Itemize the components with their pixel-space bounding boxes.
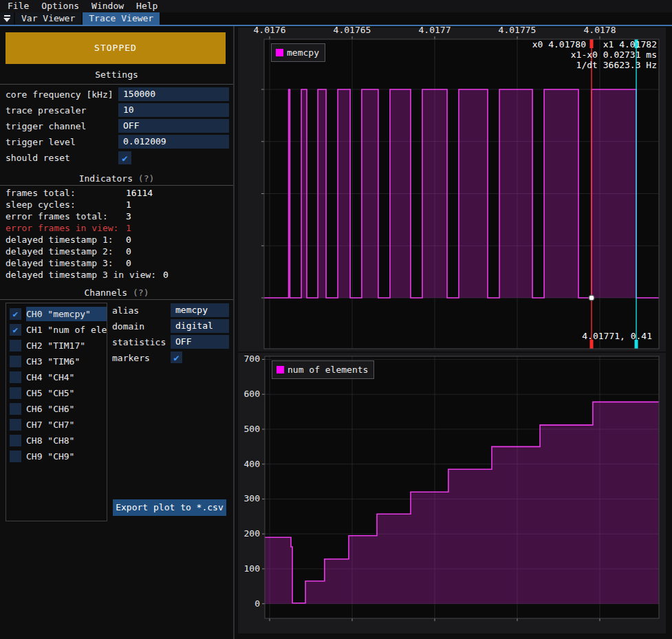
cursor-readout: 4.01771, 0.41	[582, 332, 652, 341]
channel-checkbox-ch3[interactable]	[10, 356, 21, 367]
channel-row-ch2: CH2 "TIM17"	[6, 338, 107, 354]
indicator-delayed-timestamp-3-in-view: delayed timestamp 3 in view:	[6, 270, 156, 280]
indicator-delayed-timestamp-3: delayed timestamp 3:	[6, 258, 113, 268]
series-swatch	[276, 49, 283, 56]
indicator-value-sleep-cycles: 1	[126, 199, 131, 210]
channel-label-ch0[interactable]: CH0 "memcpy"	[26, 307, 107, 321]
settings-section-title: Settings	[0, 69, 233, 80]
tab-trace-viewer[interactable]: Trace Viewer	[83, 12, 160, 25]
core-frequency-khz-input[interactable]: 150000	[118, 87, 229, 101]
trace-prescaler-input[interactable]: 10	[118, 103, 229, 117]
channels-section-title: Channels (?)	[0, 288, 233, 299]
channel-label-ch5[interactable]: CH5 "CH5"	[26, 386, 107, 400]
indicator-error-frames-total: error frames total:	[6, 211, 108, 221]
setting-label-should-reset: should reset	[6, 153, 70, 163]
channel-checkbox-ch4[interactable]	[10, 371, 21, 383]
app-window: FileOptionsWindowHelp Var ViewerTrace Vi…	[0, 0, 672, 639]
menu-item-window[interactable]: Window	[85, 0, 130, 12]
channel-label-ch4[interactable]: CH4 "CH4"	[26, 370, 107, 385]
indicator-sleep-cycles: sleep cycles:	[6, 199, 76, 210]
statistics-combo[interactable]: OFF	[171, 335, 229, 349]
indicator-frames-total: frames total:	[6, 188, 76, 198]
channel-label-ch8[interactable]: CH8 "CH8"	[26, 433, 107, 448]
channel-row-ch7: CH7 "CH7"	[6, 417, 107, 433]
channel-checkbox-ch9[interactable]	[10, 451, 21, 462]
channel-checkbox-ch2[interactable]	[10, 340, 21, 351]
channel-row-ch8: CH8 "CH8"	[6, 433, 107, 448]
separator	[0, 84, 233, 85]
indicator-error-frames-in-view: error frames in view:	[6, 223, 118, 233]
marker-x1-label: x1 4.01782	[603, 40, 657, 50]
property-label-domain: domain	[112, 321, 144, 332]
tab-var-viewer[interactable]: Var Viewer	[15, 12, 81, 25]
legend-num-of-elements[interactable]: num of elements	[272, 360, 374, 379]
tab-list-icon	[4, 15, 10, 17]
alias-input[interactable]: memcpy	[171, 303, 229, 317]
check-icon: ✔	[13, 310, 19, 318]
channel-checkbox-ch1[interactable]: ✔	[10, 324, 21, 336]
indicator-delayed-timestamp-2: delayed timestamp 2:	[6, 246, 113, 257]
channel-row-ch0: ✔CH0 "memcpy"	[6, 306, 107, 322]
check-icon: ✔	[13, 325, 19, 334]
sidebar: STOPPED Settings core frequency [kHz]150…	[0, 26, 233, 639]
markers-checkbox[interactable]: ✔	[171, 351, 182, 363]
property-label-statistics: statistics	[112, 337, 166, 347]
property-label-markers: markers	[112, 353, 150, 363]
marker-x0-label: x0 4.01780	[532, 40, 586, 50]
channel-checkbox-ch7[interactable]	[10, 419, 21, 431]
channel-checkbox-ch0[interactable]: ✔	[10, 308, 21, 320]
channel-row-ch6: CH6 "CH6"	[6, 401, 107, 417]
menu-item-file[interactable]: File	[1, 0, 35, 12]
indicator-value-delayed-timestamp-3-in-view: 0	[163, 270, 169, 280]
acquisition-status-button[interactable]: STOPPED	[6, 32, 226, 64]
menu-bar: FileOptionsWindowHelp	[0, 0, 672, 12]
setting-label-trace-prescaler: trace prescaler	[6, 105, 86, 116]
channel-label-ch9[interactable]: CH9 "CH9"	[26, 449, 107, 464]
setting-label-trigger-channel: trigger channel	[6, 121, 86, 131]
export-csv-button[interactable]: Export plot to *.csv	[113, 499, 226, 516]
should-reset-checkbox[interactable]: ✔	[118, 151, 131, 164]
channel-label-ch3[interactable]: CH3 "TIM6"	[26, 354, 107, 369]
channel-row-ch9: CH9 "CH9"	[6, 448, 107, 464]
indicator-value-frames-total: 16114	[126, 188, 153, 198]
indicator-delayed-timestamp-1: delayed timestamp 1:	[6, 235, 113, 245]
channel-checkbox-ch5[interactable]	[10, 387, 21, 399]
setting-label-trigger-level: trigger level	[6, 137, 76, 147]
channel-label-ch6[interactable]: CH6 "CH6"	[26, 402, 107, 416]
indicators-section-title: Indicators (?)	[0, 173, 233, 184]
check-icon: ✔	[122, 153, 127, 163]
bottom-plot[interactable]	[238, 353, 666, 633]
indicator-value-delayed-timestamp-2: 0	[126, 246, 131, 257]
top-plot[interactable]	[238, 28, 666, 351]
separator	[0, 185, 233, 186]
series-swatch	[277, 366, 284, 373]
marker-delta-label: x1-x0 0.02731 ms	[571, 50, 657, 60]
channel-label-ch2[interactable]: CH2 "TIM17"	[26, 338, 107, 353]
chevron-down-icon	[3, 18, 10, 22]
menu-item-options[interactable]: Options	[35, 0, 85, 12]
property-label-alias: alias	[112, 305, 139, 316]
channel-row-ch1: ✔CH1 "num of elem	[6, 322, 107, 338]
channel-row-ch3: CH3 "TIM6"	[6, 354, 107, 369]
channel-label-ch1[interactable]: CH1 "num of elem	[26, 323, 107, 337]
legend-label: num of elements	[288, 365, 368, 375]
channel-row-ch4: CH4 "CH4"	[6, 369, 107, 385]
channel-list: ✔CH0 "memcpy"✔CH1 "num of elemCH2 "TIM17…	[6, 303, 107, 521]
channel-label-ch7[interactable]: CH7 "CH7"	[26, 418, 107, 432]
legend-label: memcpy	[287, 47, 319, 58]
setting-label-core-frequency-khz: core frequency [kHz]	[6, 89, 113, 100]
channel-checkbox-ch8[interactable]	[10, 435, 21, 446]
indicator-value-error-frames-in-view: 1	[126, 223, 131, 233]
domain-combo[interactable]: digital	[171, 319, 229, 333]
check-icon: ✔	[173, 353, 179, 362]
indicator-value-delayed-timestamp-3: 0	[126, 258, 131, 268]
trigger-channel-combo[interactable]: OFF	[118, 119, 229, 133]
channel-checkbox-ch6[interactable]	[10, 403, 21, 415]
tab-list-button[interactable]	[0, 12, 14, 25]
separator	[0, 299, 233, 300]
menu-item-help[interactable]: Help	[130, 0, 164, 12]
channel-row-ch5: CH5 "CH5"	[6, 385, 107, 401]
marker-frequency-label: 1/dt 36623.3 Hz	[576, 61, 657, 70]
trigger-level-input[interactable]: 0.012009	[118, 135, 229, 149]
legend-memcpy[interactable]: memcpy	[271, 43, 325, 62]
